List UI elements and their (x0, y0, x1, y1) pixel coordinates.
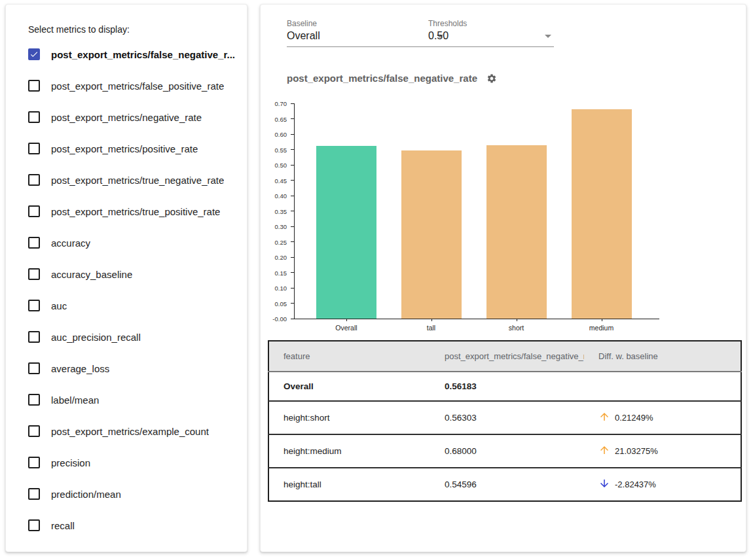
y-axis-tick (291, 134, 294, 135)
diff-cell (584, 372, 741, 401)
bar-overall[interactable] (316, 146, 376, 319)
diff-percent: 21.03275% (615, 446, 658, 456)
metric-label: post_export_metrics/negative_rate (51, 112, 202, 123)
y-axis-tick (291, 149, 294, 150)
checkbox-checked-icon[interactable] (28, 48, 40, 60)
metric-checkbox-item[interactable]: post_export_metrics/negative_rate (28, 101, 240, 133)
checkbox-unchecked-icon[interactable] (28, 205, 40, 217)
checkbox-unchecked-icon[interactable] (28, 488, 40, 500)
chart-title: post_export_metrics/false_negative_rate (287, 73, 477, 84)
y-axis-tick (291, 118, 294, 119)
metric-checkbox-item[interactable]: post_export_metrics/true_negative_rate (28, 164, 240, 196)
checkbox-unchecked-icon[interactable] (28, 394, 40, 406)
checkbox-unchecked-icon[interactable] (28, 143, 40, 154)
metric-label: post_export_metrics/example_count (51, 426, 209, 437)
checkbox-unchecked-icon[interactable] (28, 268, 40, 280)
y-tick-label: 0.05 (261, 300, 287, 307)
metric-value-cell: 0.56303 (430, 401, 584, 434)
bar-medium[interactable] (572, 109, 632, 319)
y-axis-tick (291, 241, 294, 242)
checkbox-unchecked-icon[interactable] (28, 80, 40, 92)
diff-indicator: 21.03275% (598, 444, 735, 458)
feature-cell: height:medium (268, 434, 430, 468)
settings-gear-icon[interactable] (486, 73, 497, 84)
metric-checkbox-item[interactable]: post_export_metrics/positive_rate (28, 133, 240, 164)
y-axis-tick (291, 103, 294, 104)
metric-label: post_export_metrics/true_positive_rate (51, 206, 220, 217)
metric-checkbox-item[interactable]: post_export_metrics/false_positive_rate (28, 70, 240, 101)
checkbox-unchecked-icon[interactable] (28, 237, 40, 249)
x-tick-label: medium (562, 324, 641, 332)
metric-checkbox-item[interactable]: accuracy_baseline (28, 258, 240, 290)
baseline-select[interactable]: Baseline Overall (287, 19, 446, 47)
thresholds-select-label: Thresholds (428, 19, 554, 28)
metric-label: accuracy_baseline (51, 269, 132, 280)
y-tick-label: 0.15 (261, 269, 287, 276)
metric-label: average_loss (51, 363, 109, 374)
y-axis-tick (291, 165, 294, 166)
y-tick-label: 0.45 (261, 177, 287, 184)
metric-list: post_export_metrics/false_negative_r...p… (28, 39, 240, 541)
checkbox-unchecked-icon[interactable] (28, 331, 40, 343)
checkbox-unchecked-icon[interactable] (28, 362, 40, 374)
metric-checkbox-item[interactable]: auc_precision_recall (28, 321, 240, 353)
y-axis-tick (291, 319, 294, 319)
x-axis-tick (517, 319, 517, 321)
metric-checkbox-item[interactable]: recall (28, 510, 240, 541)
diff-percent: -2.82437% (615, 480, 656, 489)
y-axis-tick (291, 180, 294, 181)
feature-cell: height:tall (268, 468, 430, 501)
metric-checkbox-item[interactable]: prediction/mean (28, 478, 240, 510)
arrow-down-icon (598, 478, 615, 491)
metric-label: label/mean (51, 394, 99, 406)
fairness-results-panel: Baseline Overall Thresholds 0.50 post_ex… (260, 4, 746, 552)
metric-checkbox-item[interactable]: label/mean (28, 384, 240, 415)
bar-short[interactable] (486, 145, 547, 319)
metric-label: accuracy (51, 237, 90, 249)
checkbox-unchecked-icon[interactable] (28, 519, 40, 531)
y-tick-label: 0.35 (261, 207, 287, 215)
thresholds-select[interactable]: Thresholds 0.50 (428, 19, 554, 47)
diff-percent: 0.21249% (615, 413, 653, 423)
diff-cell: 21.03275% (584, 434, 741, 468)
metric-checkbox-item[interactable]: average_loss (28, 353, 240, 384)
checkbox-unchecked-icon[interactable] (28, 457, 40, 468)
checkbox-unchecked-icon[interactable] (28, 174, 40, 186)
checkbox-unchecked-icon[interactable] (28, 300, 40, 311)
y-axis-tick (291, 257, 294, 258)
y-tick-label: 0.20 (261, 254, 287, 261)
x-axis-tick (346, 319, 347, 321)
table-row: height:short0.563030.21249% (268, 401, 741, 434)
metric-label: post_export_metrics/positive_rate (51, 143, 198, 154)
metric-checkbox-item[interactable]: post_export_metrics/example_count (28, 415, 240, 447)
feature-cell: Overall (268, 372, 430, 401)
y-tick-label: 0.55 (261, 146, 287, 153)
metric-checkbox-item[interactable]: auc (28, 290, 240, 321)
feature-cell: height:short (268, 401, 430, 434)
x-tick-label: tall (392, 324, 471, 332)
baseline-select-value: Overall (287, 30, 320, 42)
table-row: height:medium0.6800021.03275% (268, 434, 741, 468)
metric-label: auc_precision_recall (51, 332, 141, 343)
y-axis-tick (291, 288, 294, 289)
y-tick-label: 0.10 (261, 285, 287, 292)
metric-selector-title: Select metrics to display: (28, 24, 130, 35)
y-tick-label: 0.70 (261, 100, 287, 107)
table-header-cell: Diff. w. baseline (584, 341, 741, 372)
metric-checkbox-item[interactable]: precision (28, 447, 240, 478)
checkbox-unchecked-icon[interactable] (28, 425, 40, 437)
metric-value-cell: 0.68000 (430, 434, 584, 468)
diff-cell: 0.21249% (584, 401, 741, 434)
bar-tall[interactable] (401, 150, 462, 319)
y-axis-tick (291, 303, 294, 304)
metric-checkbox-item[interactable]: post_export_metrics/false_negative_r... (28, 39, 240, 70)
metric-checkbox-item[interactable]: post_export_metrics/true_positive_rate (28, 196, 240, 227)
table-header-cell: post_export_metrics/false_negative_rat..… (430, 341, 584, 372)
metric-label: auc (51, 300, 67, 311)
x-axis-tick (602, 319, 602, 321)
y-tick-label: 0.60 (261, 131, 287, 138)
metric-checkbox-item[interactable]: accuracy (28, 227, 240, 258)
checkbox-unchecked-icon[interactable] (28, 111, 40, 123)
metric-label: recall (51, 520, 75, 531)
diff-indicator: -2.82437% (598, 478, 735, 491)
